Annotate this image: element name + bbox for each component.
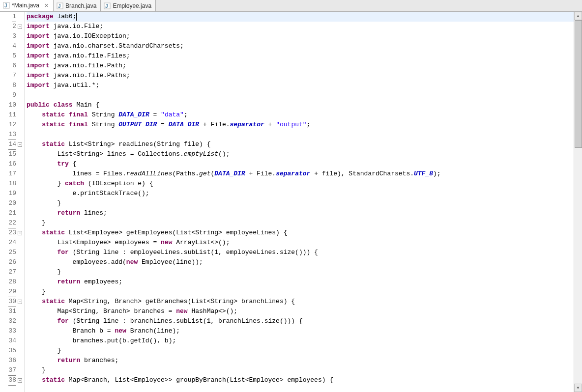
fold-toggle-icon[interactable]: −: [18, 231, 22, 235]
code-token: branches.put(b.getId(), b);: [27, 337, 176, 344]
code-token: lab6;: [54, 13, 77, 20]
code-line[interactable]: lines = Files.readAllLines(Paths.get(DAT…: [27, 169, 574, 179]
code-token: employees;: [80, 278, 122, 285]
line-number: 3: [12, 31, 16, 41]
code-token: [27, 140, 42, 148]
code-line[interactable]: }: [27, 198, 574, 208]
code-line[interactable]: return lines;: [27, 208, 574, 218]
code-line[interactable]: }: [27, 365, 574, 375]
code-line[interactable]: import java.io.IOException;: [27, 31, 574, 41]
scroll-thumb[interactable]: [575, 20, 582, 148]
code-token: }: [27, 268, 61, 276]
code-token: [65, 111, 69, 118]
code-line[interactable]: [27, 130, 574, 140]
tab-label: Branch.java: [65, 2, 96, 9]
code-line[interactable]: public class Main {: [27, 100, 574, 110]
code-token: String: [88, 121, 118, 128]
code-token: [27, 278, 57, 285]
code-line[interactable]: try {: [27, 159, 574, 169]
code-token: List<String> readLines(String file) {: [65, 140, 210, 148]
line-number: 16: [8, 159, 16, 169]
code-line[interactable]: static final String OUTPUT_DIR = DATA_DI…: [27, 120, 574, 130]
fold-toggle-icon[interactable]: −: [18, 142, 22, 147]
code-token: final: [69, 111, 88, 118]
code-token: (String line : employeeLines.subList(1, …: [69, 249, 318, 256]
code-line[interactable]: for (String line : branchLines.subList(1…: [27, 316, 574, 326]
fold-toggle-icon[interactable]: −: [18, 378, 22, 383]
line-number: 11: [8, 110, 16, 120]
code-line[interactable]: import java.nio.file.Files;: [27, 51, 574, 61]
code-token: new: [176, 308, 187, 315]
code-line[interactable]: import java.nio.file.Path;: [27, 61, 574, 71]
code-token: Branch(line);: [126, 327, 180, 335]
code-area[interactable]: package lab6;import java.io.File;import …: [25, 12, 574, 392]
code-line[interactable]: import java.nio.charset.StandardCharsets…: [27, 41, 574, 51]
line-number: 38: [8, 375, 16, 386]
code-line[interactable]: e.printStackTrace();: [27, 189, 574, 198]
code-token: [27, 111, 42, 118]
code-token: e.printStackTrace();: [27, 190, 149, 197]
code-token: =: [149, 111, 161, 118]
code-line[interactable]: Map<String, Branch> branches = new HashM…: [27, 307, 574, 316]
code-token: }: [27, 180, 65, 187]
code-line[interactable]: for (String line : employeeLines.subList…: [27, 248, 574, 257]
code-line[interactable]: static Map<Branch, List<Employee>> group…: [27, 375, 574, 385]
tab--main-java[interactable]: J*Main.java✕: [0, 0, 54, 11]
code-token: List<String> lines = Collections.: [27, 150, 184, 158]
code-line[interactable]: package lab6;: [27, 12, 574, 22]
line-number: 26: [8, 257, 16, 267]
code-token: static: [42, 121, 65, 128]
scroll-up-button[interactable]: ▲: [574, 12, 582, 20]
line-number: 25: [8, 248, 16, 257]
fold-toggle-icon[interactable]: −: [18, 300, 22, 304]
code-line[interactable]: employees.add(new Employee(line));: [27, 257, 574, 267]
code-line[interactable]: } catch (IOException e) {: [27, 179, 574, 189]
code-token: for: [57, 317, 68, 325]
code-line[interactable]: import java.util.*;: [27, 81, 574, 90]
code-line[interactable]: static List<String> readLines(String fil…: [27, 140, 574, 149]
code-token: catch: [65, 180, 84, 187]
code-token: + file), StandardCharsets.: [310, 170, 414, 177]
code-line[interactable]: return employees;: [27, 277, 574, 287]
code-token: =: [157, 121, 168, 128]
code-line[interactable]: return branches;: [27, 356, 574, 365]
gutter-line: 5: [0, 51, 23, 61]
code-line[interactable]: }: [27, 218, 574, 228]
code-token: package: [27, 13, 54, 20]
line-number: 27: [8, 267, 16, 277]
code-token: import: [27, 72, 50, 79]
close-icon[interactable]: ✕: [43, 2, 49, 9]
code-line[interactable]: }: [27, 267, 574, 277]
gutter-line: 26: [0, 257, 23, 267]
code-line[interactable]: import java.nio.file.Paths;: [27, 71, 574, 81]
code-line[interactable]: List<Employee> employees = new ArrayList…: [27, 238, 574, 248]
scroll-down-button[interactable]: ▼: [574, 384, 582, 392]
fold-toggle-icon[interactable]: −: [18, 25, 22, 29]
code-line[interactable]: [27, 90, 574, 100]
code-line[interactable]: branches.put(b.getId(), b);: [27, 336, 574, 346]
code-token: java.io.IOException;: [50, 32, 130, 40]
tab-branch-java[interactable]: JBranch.java: [54, 0, 101, 11]
code-token: }: [27, 347, 61, 354]
code-token: employees.add(: [27, 258, 126, 266]
gutter-line: 19: [0, 189, 23, 198]
code-line[interactable]: Branch b = new Branch(line);: [27, 326, 574, 336]
code-line[interactable]: }: [27, 346, 574, 356]
code-token: return: [57, 278, 80, 285]
code-token: Branch b =: [27, 327, 115, 335]
code-token: + File.: [245, 170, 276, 177]
code-token: [27, 357, 57, 364]
code-line[interactable]: List<String> lines = Collections.emptyLi…: [27, 149, 574, 159]
gutter-line: 18: [0, 179, 23, 189]
code-line[interactable]: static final String DATA_DIR = "data";: [27, 110, 574, 120]
code-line[interactable]: static Map<String, Branch> getBranches(L…: [27, 297, 574, 307]
tab-label: Employee.java: [113, 2, 151, 9]
code-line[interactable]: static List<Employee> getEmployees(List<…: [27, 228, 574, 238]
code-line[interactable]: import java.io.File;: [27, 22, 574, 31]
line-number: 22: [8, 218, 16, 228]
tab-employee-java[interactable]: JEmployee.java: [101, 0, 156, 11]
code-token: java.nio.file.Files;: [50, 52, 130, 59]
code-line[interactable]: }: [27, 287, 574, 297]
code-token: [27, 298, 42, 305]
vertical-scrollbar[interactable]: ▲ ▼: [574, 12, 582, 392]
